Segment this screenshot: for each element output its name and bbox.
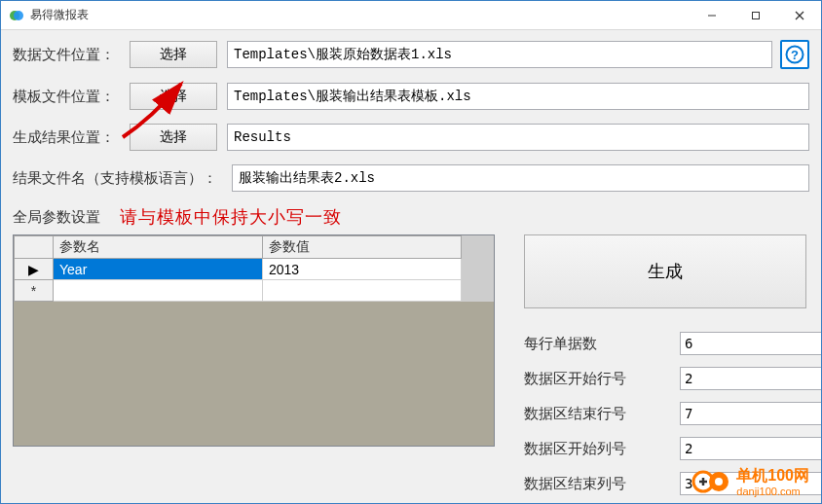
titlebar: 易得微报表 [1,1,821,30]
start-col-param: 数据区开始列号 ▲ ▼ [524,437,809,460]
generate-button[interactable]: 生成 [524,234,806,308]
right-panel: 生成 每行单据数 ▲ ▼ 数据区开始行号 [524,234,809,501]
start-col-spinner[interactable]: ▲ ▼ [680,437,797,460]
global-params-label: 全局参数设置 [13,208,100,227]
close-button[interactable] [777,1,821,29]
window-title: 易得微报表 [30,7,89,23]
app-icon [9,8,24,23]
help-icon: ? [785,45,804,64]
template-file-browse-button[interactable]: 选择 [130,83,217,110]
end-row-input[interactable] [680,402,822,425]
col-header-value[interactable]: 参数值 [263,236,462,259]
global-params-header: 全局参数设置 请与模板中保持大小写一致 [13,205,809,229]
table-row-new[interactable]: * [15,280,462,302]
end-row-label: 数据区结束行号 [524,405,680,423]
cell-empty[interactable] [54,280,263,302]
cell-empty[interactable] [263,280,462,302]
per-row-label: 每行单据数 [524,335,680,353]
per-row-spinner[interactable]: ▲ ▼ [680,332,797,355]
start-row-spinner[interactable]: ▲ ▼ [680,367,797,390]
result-location-label: 生成结果位置： [13,128,130,147]
template-file-row: 模板文件位置： 选择 [13,83,809,110]
result-filename-row: 结果文件名（支持模板语言）： [13,164,809,192]
template-file-input[interactable] [227,83,809,110]
start-row-input[interactable] [680,367,822,390]
client-area: 数据文件位置： 选择 ? 模板文件位置： 选择 生成结果位置： 选择 结果文件名… [1,30,821,503]
start-col-input[interactable] [680,437,822,460]
lower-area: 参数名 参数值 ▶ Year 2013 * [13,234,809,501]
row-header-blank [15,236,54,259]
svg-point-10 [715,478,723,486]
end-row-spinner[interactable]: ▲ ▼ [680,402,797,425]
data-file-input[interactable] [227,41,772,68]
data-file-browse-button[interactable]: 选择 [130,41,217,68]
result-location-browse-button[interactable]: 选择 [130,124,217,151]
result-filename-input[interactable] [232,164,809,192]
start-row-param: 数据区开始行号 ▲ ▼ [524,367,809,390]
svg-point-1 [14,11,23,20]
row-indicator-current: ▶ [15,259,54,280]
template-file-label: 模板文件位置： [13,88,130,106]
params-table: 参数名 参数值 ▶ Year 2013 * [14,235,462,302]
svg-text:?: ? [791,48,799,62]
help-button[interactable]: ? [780,40,809,69]
params-header-row: 参数名 参数值 [15,236,462,259]
svg-rect-3 [752,12,759,18]
watermark-url: danji100.com [736,486,809,497]
watermark-brand: 单机100网 [736,467,809,484]
data-file-row: 数据文件位置： 选择 ? [13,40,809,69]
watermark: 单机100网 danji100.com [691,466,809,497]
cell-param-value[interactable]: 2013 [263,259,462,280]
app-window: 易得微报表 数据文件位置： 选择 ? 模板文件位置： 选择 [0,0,822,504]
data-file-label: 数据文件位置： [13,46,130,64]
per-row-param: 每行单据数 ▲ ▼ [524,332,809,355]
cell-param-name[interactable]: Year [54,259,263,280]
start-col-label: 数据区开始列号 [524,440,680,458]
end-row-param: 数据区结束行号 ▲ ▼ [524,402,809,425]
params-grid[interactable]: 参数名 参数值 ▶ Year 2013 * [13,234,495,447]
end-col-label: 数据区结束列号 [524,475,680,493]
watermark-logo-icon [691,469,730,494]
window-controls [690,1,821,29]
maximize-button[interactable] [733,1,777,29]
per-row-input[interactable] [680,332,822,355]
case-sensitivity-hint: 请与模板中保持大小写一致 [120,205,342,229]
start-row-label: 数据区开始行号 [524,370,680,388]
minimize-button[interactable] [690,1,733,29]
result-filename-label: 结果文件名（支持模板语言）： [13,169,232,188]
table-row[interactable]: ▶ Year 2013 [15,259,462,280]
result-location-row: 生成结果位置： 选择 [13,124,809,151]
row-indicator-new: * [15,280,54,302]
col-header-name[interactable]: 参数名 [54,236,263,259]
result-location-input[interactable] [227,124,809,151]
